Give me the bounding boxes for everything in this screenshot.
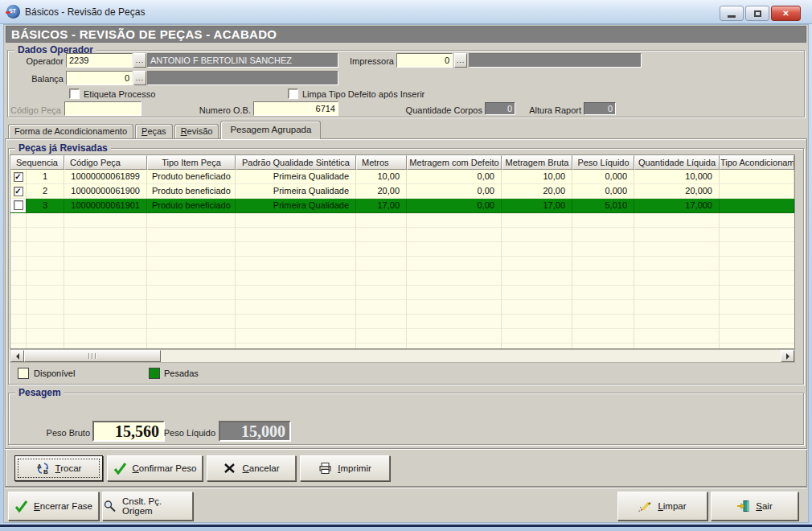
tab-revisao[interactable]: Revisão — [174, 124, 219, 139]
limpar-button[interactable]: Limpar — [617, 492, 707, 521]
printer-icon — [318, 462, 332, 475]
impressora-browse-button[interactable]: ... — [454, 53, 467, 68]
separator — [5, 448, 807, 450]
sair-button[interactable]: Sair — [711, 492, 798, 521]
disponivel-label: Disponível — [34, 368, 75, 381]
col-tipo-item-peca[interactable]: Tipo Item Peça — [147, 155, 236, 170]
cell-peso-liquido[interactable]: 5,010 — [572, 199, 634, 213]
minimize-icon — [728, 15, 736, 18]
limpa-tipo-defeito-checkbox[interactable] — [288, 88, 298, 99]
x-icon — [223, 462, 236, 475]
scrollbar-thumb[interactable] — [24, 350, 161, 362]
table-empty-area — [10, 213, 794, 348]
cnslt-pc-origem-button[interactable]: Cnslt. Pç. Origem — [102, 492, 193, 521]
imprimir-button[interactable]: Imprimir — [300, 455, 390, 481]
tab-forma-de-acondicionamento[interactable]: Forma de Acondicionamento — [8, 124, 133, 139]
cell-codigo-peca[interactable]: 10000000061901 — [64, 199, 147, 213]
col-metros[interactable]: Metros — [356, 155, 407, 170]
check-icon — [113, 462, 127, 475]
tab-pesagem-agrupada[interactable]: Pesagem Agrupada — [220, 121, 321, 139]
page-title: BÁSICOS - REVISÃO DE PEÇAS - ACABADO — [6, 26, 806, 43]
table-row-selected[interactable]: 3 10000000061901 Produto beneficiado Pri… — [10, 199, 794, 213]
cell-quantidade-liquida[interactable]: 17,000 — [634, 199, 720, 213]
title-bar[interactable]: Básicos - Revisão de Peças ✕ — [0, 0, 812, 24]
cell-metros[interactable]: 17,00 — [356, 199, 407, 213]
cell-metragem-bruta[interactable]: 10,00 — [502, 170, 572, 184]
cell-metragem-bruta[interactable]: 20,00 — [502, 184, 572, 199]
balanca-input[interactable]: 0 — [66, 71, 133, 85]
encerrar-fase-button[interactable]: Encerrar Fase — [8, 492, 99, 521]
app-logo-icon — [6, 5, 20, 19]
col-quantidade-liquida[interactable]: Quantidade Líquida — [634, 155, 720, 170]
cell-metros[interactable]: 10,00 — [356, 170, 407, 184]
cell-sequencia[interactable]: 3 — [27, 199, 64, 213]
operador-input[interactable]: 2239 — [66, 53, 133, 68]
impressora-input[interactable]: 0 — [396, 53, 453, 68]
window-bottom-frame — [0, 523, 812, 531]
cell-peso-liquido[interactable]: 0,000 — [572, 170, 634, 184]
col-padrao-qualidade[interactable]: Padrão Qualidade Sintética — [236, 155, 356, 170]
horizontal-scrollbar[interactable] — [10, 349, 795, 363]
exit-door-icon — [736, 500, 750, 512]
cell-quantidade-liquida[interactable]: 10,000 — [634, 170, 720, 184]
numero-ob-input[interactable]: 6714 — [253, 101, 338, 116]
col-peso-liquido[interactable]: Peso Líquido — [572, 155, 634, 170]
minimize-button[interactable] — [720, 6, 744, 21]
cell-metragem-defeito[interactable]: 0,00 — [407, 184, 502, 199]
cell-tipo-item[interactable]: Produto beneficiado — [147, 184, 236, 199]
cell-metragem-defeito[interactable]: 0,00 — [407, 170, 502, 184]
row-state-legend: Disponível Pesadas — [0, 365, 812, 383]
grid-header-row: Sequencia Código Peça Tipo Item Peça Pad… — [10, 155, 794, 170]
cell-codigo-peca[interactable]: 10000000061899 — [64, 170, 147, 184]
pecas-revisadas-label: Peças já Revisadas — [15, 142, 111, 154]
cell-tipo-item[interactable]: Produto beneficiado — [147, 170, 236, 184]
cell-metros[interactable]: 20,00 — [356, 184, 407, 199]
cell-padrao-qualidade[interactable]: Primeira Qualidade — [236, 199, 356, 213]
table-row[interactable]: 2 10000000061900 Produto beneficiado Pri… — [10, 184, 794, 199]
row-checkbox[interactable] — [14, 200, 23, 210]
cancelar-button[interactable]: Cancelar — [207, 455, 296, 481]
codigo-peca-input[interactable] — [64, 101, 141, 116]
cell-metragem-defeito[interactable]: 0,00 — [407, 199, 502, 213]
col-metragem-com-defeito[interactable]: Metragem com Defeito — [407, 155, 502, 170]
balanca-display — [147, 71, 338, 85]
trocar-button[interactable]: A B Trocar — [14, 455, 103, 481]
restore-icon — [754, 10, 761, 17]
altura-raport-value: 0 — [584, 102, 616, 115]
col-metragem-bruta[interactable]: Metragem Bruta — [502, 155, 572, 170]
balanca-browse-button[interactable]: ... — [133, 71, 146, 85]
cell-tipo-item[interactable]: Produto beneficiado — [147, 199, 236, 213]
row-checkbox[interactable] — [14, 187, 23, 196]
operador-browse-button[interactable]: ... — [133, 53, 146, 68]
scroll-left-button[interactable] — [10, 350, 24, 362]
cell-padrao-qualidade[interactable]: Primeira Qualidade — [236, 184, 356, 199]
operador-name-display: ANTONIO F BERTOLINI SANCHEZ — [147, 53, 338, 68]
cell-tipo-acondicionamento[interactable] — [720, 184, 794, 199]
cell-sequencia[interactable]: 1 — [27, 170, 64, 184]
quantidade-corpos-label: Quantidade Corpos — [398, 104, 482, 117]
peso-bruto-input[interactable]: 15,560 — [92, 421, 165, 442]
cell-peso-liquido[interactable]: 0,000 — [572, 184, 634, 199]
cell-metragem-bruta[interactable]: 17,00 — [502, 199, 572, 213]
scroll-right-button[interactable] — [781, 350, 794, 362]
restore-button[interactable] — [745, 6, 769, 21]
pesadas-label: Pesadas — [164, 368, 199, 381]
col-codigo-peca[interactable]: Código Peça — [64, 155, 147, 170]
close-button[interactable]: ✕ — [771, 6, 801, 21]
tab-strip: Forma de Acondicionamento Peças Revisão … — [8, 121, 322, 139]
cell-sequencia[interactable]: 2 — [27, 184, 64, 199]
tab-pecas[interactable]: Peças — [135, 124, 173, 139]
cell-tipo-acondicionamento[interactable] — [720, 199, 794, 213]
etiqueta-processo-checkbox[interactable] — [69, 88, 80, 99]
cell-quantidade-liquida[interactable]: 20,000 — [634, 184, 720, 199]
cell-tipo-acondicionamento[interactable] — [720, 170, 794, 184]
cell-padrao-qualidade[interactable]: Primeira Qualidade — [236, 170, 356, 184]
cell-codigo-peca[interactable]: 10000000061900 — [64, 184, 147, 199]
confirmar-peso-button[interactable]: Confirmar Peso — [107, 455, 203, 481]
col-sequencia[interactable]: Sequencia — [10, 155, 64, 170]
col-tipo-acondicionamento[interactable]: Tipo Acondicionam — [720, 155, 794, 170]
eraser-pencil-icon — [638, 500, 652, 512]
altura-raport-label: Altura Raport — [521, 104, 581, 117]
row-checkbox[interactable] — [14, 172, 23, 182]
table-row[interactable]: 1 10000000061899 Produto beneficiado Pri… — [10, 170, 794, 184]
